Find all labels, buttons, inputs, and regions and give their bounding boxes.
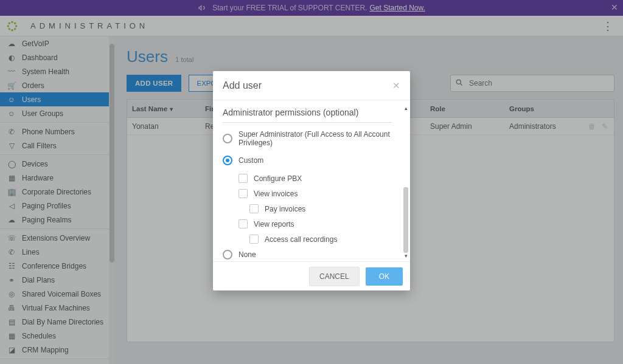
checkbox-icon	[238, 219, 248, 228]
modal-title: Add user	[223, 80, 262, 91]
perm-configure-pbx[interactable]: Configure PBX	[238, 174, 400, 183]
option-custom[interactable]: Custom	[223, 156, 400, 165]
option-super-admin[interactable]: Super Administrator (Full Access to All …	[223, 130, 400, 147]
checkbox-icon	[238, 189, 248, 198]
modal-body: Administrator permissions (optional) Sup…	[213, 100, 410, 261]
radio-icon	[223, 134, 232, 143]
perm-access-recordings[interactable]: Access call recordings	[249, 235, 400, 244]
add-user-modal: Add user ✕ Administrator permissions (op…	[213, 71, 410, 290]
modal-footer: CANCEL OK	[213, 261, 410, 290]
checkbox-icon	[249, 235, 259, 244]
modal-header: Add user ✕	[213, 71, 410, 100]
close-icon[interactable]: ✕	[392, 80, 400, 91]
option-none[interactable]: None	[223, 250, 400, 259]
perm-pay-invoices[interactable]: Pay invoices	[249, 204, 400, 213]
checkbox-icon	[249, 204, 259, 213]
section-title: Administrator permissions (optional)	[223, 105, 392, 123]
perm-view-reports[interactable]: View reports	[238, 219, 400, 228]
scrollbar-thumb[interactable]	[403, 187, 408, 253]
cancel-button[interactable]: CANCEL	[309, 267, 360, 286]
modal-scrollbar[interactable]: ▴ ▾	[403, 105, 409, 259]
scroll-up-icon[interactable]: ▴	[403, 105, 409, 111]
checkbox-icon	[238, 174, 248, 183]
perm-view-invoices[interactable]: View invoices	[238, 189, 400, 198]
ok-button[interactable]: OK	[366, 267, 403, 286]
scroll-down-icon[interactable]: ▾	[403, 253, 409, 259]
radio-icon	[223, 250, 232, 259]
radio-checked-icon	[223, 156, 232, 165]
